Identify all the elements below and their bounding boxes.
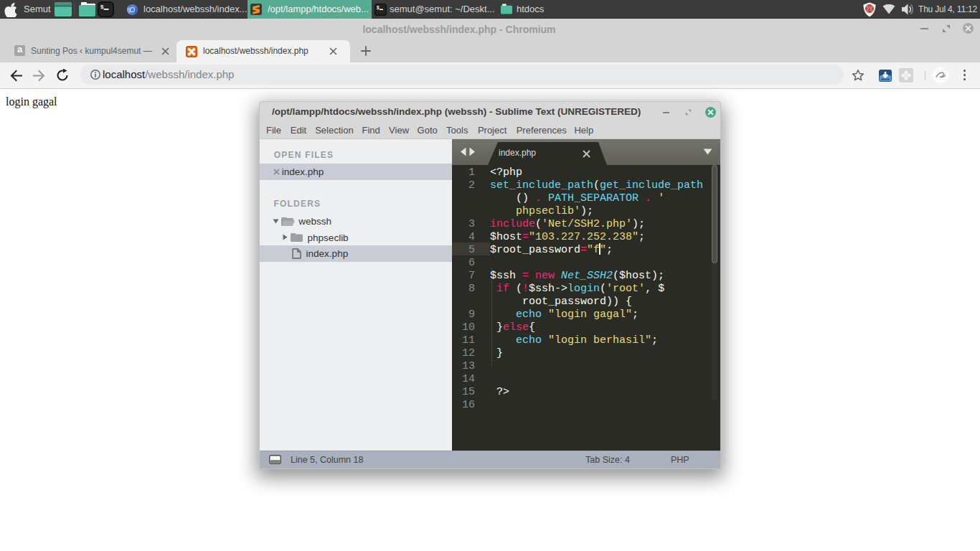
svg-text:$: $ (377, 5, 380, 11)
svg-text:$: $ (100, 4, 104, 10)
